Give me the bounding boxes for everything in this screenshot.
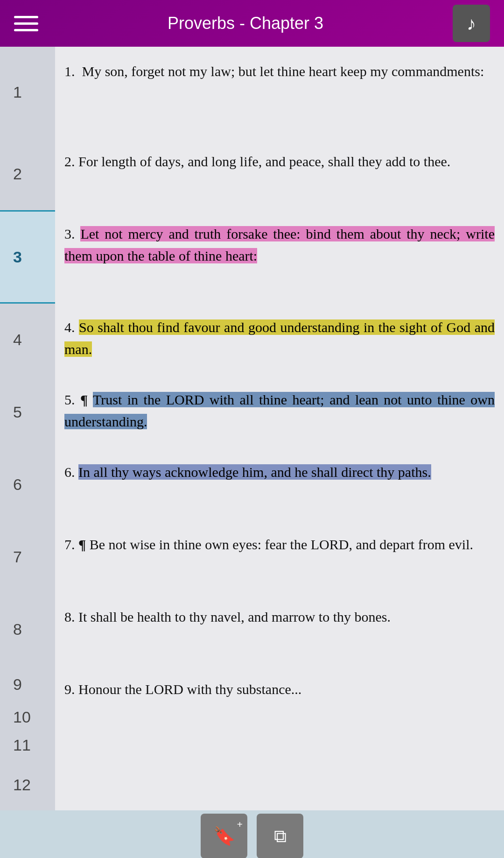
verse-8[interactable]: 8. It shall be health to thy navel, and … [64,598,495,670]
copy-icon: ⧉ [274,826,287,847]
verse-sidebar: 1 2 3 4 5 6 7 8 9 10 11 [0,47,55,810]
verse-9-partial[interactable]: 9. Honour the LORD with thy substance... [64,670,495,701]
verse-num-12[interactable]: 12 [0,759,55,810]
menu-icon[interactable] [14,16,38,31]
verse-num-4[interactable]: 4 [0,304,55,376]
content-area: 1 2 3 4 5 6 7 8 9 10 11 [0,47,504,810]
verse-num-10[interactable]: 10 [0,703,55,731]
music-icon: ♪ [467,13,476,35]
verse-5[interactable]: 5. ¶ Trust in the LORD with all thine he… [64,381,495,453]
verse-2[interactable]: 2. For length of days, and long life, an… [64,142,495,215]
copy-button[interactable]: ⧉ [257,814,303,858]
verse-1[interactable]: 1. My son, forget not my law; but let th… [64,51,495,142]
verse-4[interactable]: 4. So shalt thou find favour and good un… [64,308,495,381]
bookmark-icon: 🔖 [213,826,235,846]
verse-7[interactable]: 7. ¶ Be not wise in thine own eyes: fear… [64,525,495,598]
verse-num-2[interactable]: 2 [0,138,55,210]
bible-text: 1. My son, forget not my law; but let th… [55,47,504,810]
app-header: Proverbs - Chapter 3 ♪ [0,0,504,47]
verse-num-8[interactable]: 8 [0,593,55,666]
verse-num-3[interactable]: 3 [0,210,55,304]
add-badge: + [237,818,243,830]
verse-num-11[interactable]: 11 [0,731,55,759]
verse-6[interactable]: 6. In all thy ways acknowledge him, and … [64,453,495,525]
verse-num-1[interactable]: 1 [0,47,55,138]
verse-num-7[interactable]: 7 [0,521,55,593]
verse-num-9[interactable]: 9 [0,666,55,703]
page-title: Proverbs - Chapter 3 [168,14,323,33]
verse-num-5[interactable]: 5 [0,376,55,448]
music-button[interactable]: ♪ [453,5,490,42]
toolbar: 🔖 + ⧉ [0,810,504,858]
bookmark-add-button[interactable]: 🔖 + [201,814,247,858]
verse-num-6[interactable]: 6 [0,448,55,521]
verse-3[interactable]: 3. Let not mercy and truth forsake thee:… [64,215,495,308]
